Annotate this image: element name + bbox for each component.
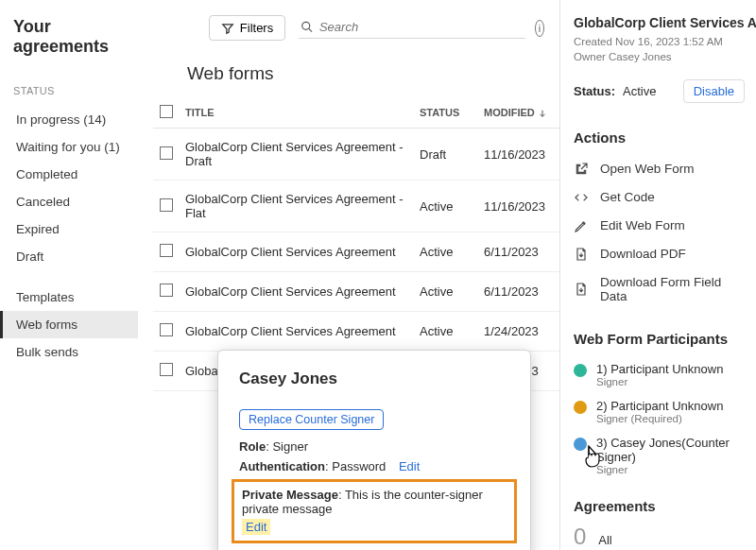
download-icon	[574, 247, 589, 262]
sidebar-item-webforms[interactable]: Web forms	[0, 311, 138, 338]
col-title[interactable]: TITLE	[180, 97, 414, 129]
search-input[interactable]	[319, 20, 524, 34]
detail-created: Created Nov 16, 2023 1:52 AM	[574, 36, 745, 47]
row-checkbox[interactable]	[160, 244, 173, 257]
role-key: Role	[239, 439, 266, 454]
row-checkbox[interactable]	[160, 198, 173, 212]
status-key: Status:	[574, 84, 615, 98]
action-label: Open Web Form	[600, 162, 695, 176]
cell-title: GlobalCorp Client Services Agreement	[180, 312, 414, 352]
participant-label: 2) Participant Unknown	[596, 399, 723, 413]
sidebar-item-waiting[interactable]: Waiting for you (1)	[0, 133, 138, 161]
participant-role: Signer	[596, 464, 745, 475]
agreements-subheading: Agreements	[574, 498, 745, 514]
sort-desc-icon	[538, 109, 547, 118]
col-status[interactable]: STATUS	[414, 97, 478, 129]
filters-button[interactable]: Filters	[209, 15, 285, 41]
search-icon	[301, 20, 314, 34]
auth-value: Password	[332, 459, 386, 473]
detail-title: GlobalCorp Client Services Agreement	[574, 15, 745, 32]
action-open-web-form[interactable]: Open Web Form	[574, 155, 745, 183]
participant-row[interactable]: 1) Participant Unknown Signer	[574, 356, 745, 393]
cell-status: Active	[414, 312, 478, 352]
agreements-count: 0	[574, 524, 586, 550]
replace-counter-signer-button[interactable]: Replace Counter Signer	[239, 409, 384, 430]
action-label: Edit Web Form	[600, 218, 685, 232]
auth-edit-link[interactable]: Edit	[399, 459, 420, 473]
role-value: Signer	[272, 439, 308, 454]
action-download-form-field-data[interactable]: Download Form Field Data	[574, 268, 745, 310]
svg-line-1	[309, 28, 312, 31]
participant-dot-icon	[574, 401, 587, 414]
cell-status: Active	[414, 232, 478, 272]
action-get-code[interactable]: Get Code	[574, 183, 745, 212]
row-checkbox[interactable]	[160, 146, 173, 160]
table-row[interactable]: GlobalCorp Client Services Agreement - F…	[153, 180, 559, 232]
popover-auth-row: Authentication: Password Edit	[239, 459, 509, 473]
table-row[interactable]: GlobalCorp Client Services Agreement Act…	[153, 312, 559, 352]
cell-title: GlobalCorp Client Services Agreement - D…	[180, 129, 414, 180]
sidebar-item-expired[interactable]: Expired	[0, 215, 138, 243]
row-checkbox[interactable]	[160, 284, 173, 297]
action-label: Download PDF	[600, 247, 686, 261]
download-data-icon	[574, 282, 589, 297]
participant-label: 1) Participant Unknown	[596, 362, 723, 376]
participants-heading: Web Form Participants	[574, 331, 745, 347]
sidebar-item-draft[interactable]: Draft	[0, 243, 138, 270]
status-heading: STATUS	[13, 85, 138, 96]
cell-modified: 6/11/2023	[478, 232, 559, 272]
select-all-checkbox[interactable]	[160, 105, 173, 118]
toolbar: Filters i	[153, 15, 559, 41]
cell-modified: 11/16/2023	[478, 129, 559, 180]
search-input-wrap[interactable]	[299, 17, 525, 39]
filter-icon	[221, 22, 234, 35]
disable-button[interactable]: Disable	[683, 79, 745, 103]
participant-role: Signer (Required)	[596, 413, 723, 424]
action-download-pdf[interactable]: Download PDF	[574, 240, 745, 268]
sidebar-item-templates[interactable]: Templates	[0, 284, 138, 311]
external-link-icon	[574, 162, 589, 177]
cell-modified: 11/16/2023	[478, 180, 559, 232]
table-row[interactable]: GlobalCorp Client Services Agreement Act…	[153, 232, 559, 272]
sidebar: Your agreements STATUS In progress (14) …	[0, 0, 142, 550]
sidebar-item-bulksends[interactable]: Bulk sends	[0, 338, 138, 366]
popover-role-row: Role: Signer	[239, 439, 509, 454]
cell-title: GlobalCorp Client Services Agreement	[180, 232, 414, 272]
sidebar-item-completed[interactable]: Completed	[0, 161, 138, 188]
pointer-cursor-icon	[580, 442, 605, 471]
popover-name: Casey Jones	[239, 370, 509, 388]
cell-title: GlobalCorp Client Services Agreement - F…	[180, 180, 414, 232]
info-icon[interactable]: i	[535, 20, 544, 37]
detail-owner: Owner Casey Jones	[574, 51, 745, 62]
participant-dot-icon	[574, 364, 587, 377]
action-edit-web-form[interactable]: Edit Web Form	[574, 212, 745, 240]
cell-status: Active	[414, 272, 478, 312]
pm-key: Private Message	[242, 488, 338, 502]
row-checkbox[interactable]	[160, 363, 173, 376]
pm-edit-link[interactable]: Edit	[242, 519, 270, 535]
counter-signer-popover: Casey Jones Replace Counter Signer Role:…	[217, 350, 531, 550]
table-row[interactable]: GlobalCorp Client Services Agreement - D…	[153, 129, 559, 180]
row-checkbox[interactable]	[160, 323, 173, 336]
auth-key: Authentication	[239, 459, 325, 473]
cell-title: GlobalCorp Client Services Agreement	[180, 272, 414, 312]
sidebar-item-inprogress[interactable]: In progress (14)	[0, 106, 138, 133]
agreements-all-label[interactable]: All	[598, 533, 611, 547]
sidebar-item-canceled[interactable]: Canceled	[0, 188, 138, 215]
list-heading: Web forms	[187, 63, 559, 84]
pencil-icon	[574, 218, 589, 233]
cell-status: Active	[414, 180, 478, 232]
col-modified[interactable]: MODIFIED	[478, 97, 559, 129]
cell-modified: 6/11/2023	[478, 272, 559, 312]
participant-label: 3) Casey Jones(Counter Signer)	[596, 436, 745, 464]
filters-label: Filters	[240, 21, 273, 35]
svg-point-0	[302, 22, 310, 29]
participant-role: Signer	[596, 376, 723, 387]
cell-status: Draft	[414, 129, 478, 180]
table-row[interactable]: GlobalCorp Client Services Agreement Act…	[153, 272, 559, 312]
private-message-highlight: Private Message: This is the counter-sig…	[232, 479, 517, 543]
page-title: Your agreements	[13, 17, 138, 57]
action-label: Get Code	[600, 190, 655, 204]
participant-row[interactable]: 2) Participant Unknown Signer (Required)	[574, 393, 745, 430]
action-label: Download Form Field Data	[600, 275, 745, 303]
